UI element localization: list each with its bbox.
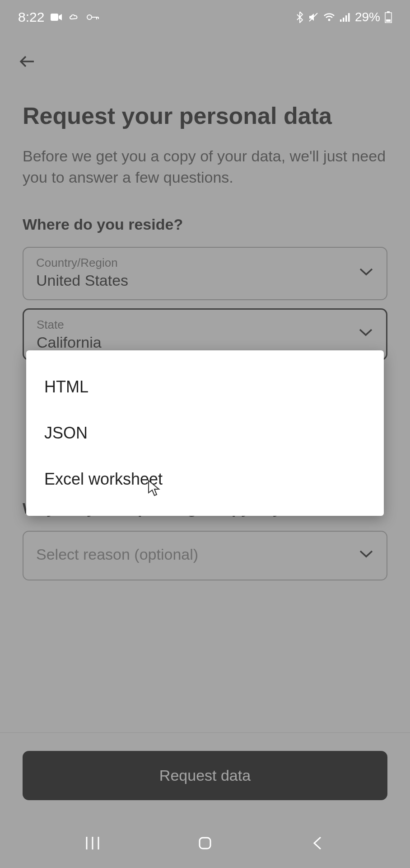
format-option-json[interactable]: JSON <box>26 410 384 456</box>
format-option-excel[interactable]: Excel worksheet <box>26 456 384 502</box>
svg-point-1 <box>87 15 92 19</box>
bottom-bar: Request data <box>0 732 410 818</box>
country-dropdown[interactable]: Country/Region United States <box>23 247 387 300</box>
page-title: Request your personal data <box>23 103 387 130</box>
back-button[interactable] <box>18 47 37 75</box>
battery-icon <box>385 11 392 23</box>
svg-rect-9 <box>345 15 347 22</box>
mute-icon <box>308 12 319 23</box>
wifi-icon <box>323 12 335 22</box>
chevron-down-icon <box>359 549 374 560</box>
svg-rect-8 <box>343 18 345 22</box>
home-icon <box>197 835 213 851</box>
country-value: United States <box>36 272 128 289</box>
svg-rect-7 <box>340 19 342 22</box>
status-right: 29% <box>296 10 392 24</box>
video-icon <box>51 13 62 22</box>
svg-rect-10 <box>348 13 350 22</box>
cloud-icon <box>69 13 80 22</box>
nav-back-button[interactable] <box>299 825 335 861</box>
request-data-button[interactable]: Request data <box>23 751 387 800</box>
svg-rect-18 <box>200 838 210 849</box>
battery-percent: 29% <box>355 10 380 24</box>
format-dropdown-popup: HTML JSON Excel worksheet <box>26 350 384 516</box>
status-bar: 8:22 29% <box>0 0 410 34</box>
recents-button[interactable] <box>75 825 111 861</box>
system-nav-bar <box>0 818 410 868</box>
format-option-html[interactable]: HTML <box>26 364 384 410</box>
key-icon <box>87 14 99 21</box>
status-left: 8:22 <box>18 9 99 25</box>
reason-placeholder: Select reason (optional) <box>36 546 198 563</box>
home-button[interactable] <box>187 825 223 861</box>
chevron-down-icon <box>359 267 374 278</box>
bluetooth-icon <box>296 11 303 23</box>
page-subtitle: Before we get you a copy of your data, w… <box>23 146 387 189</box>
status-time: 8:22 <box>18 9 44 25</box>
reside-question-label: Where do you reside? <box>23 216 387 233</box>
header-bar <box>0 34 410 85</box>
signal-icon <box>340 12 350 22</box>
svg-rect-0 <box>51 14 58 21</box>
svg-point-6 <box>328 19 330 21</box>
recents-icon <box>84 835 101 851</box>
state-label: State <box>37 318 102 332</box>
chevron-left-icon <box>312 835 323 851</box>
country-label: Country/Region <box>36 256 128 270</box>
reason-dropdown[interactable]: Select reason (optional) <box>23 531 387 580</box>
chevron-down-icon <box>358 328 373 339</box>
arrow-left-icon <box>18 52 37 71</box>
state-value: California <box>37 334 102 349</box>
svg-rect-13 <box>386 19 391 22</box>
